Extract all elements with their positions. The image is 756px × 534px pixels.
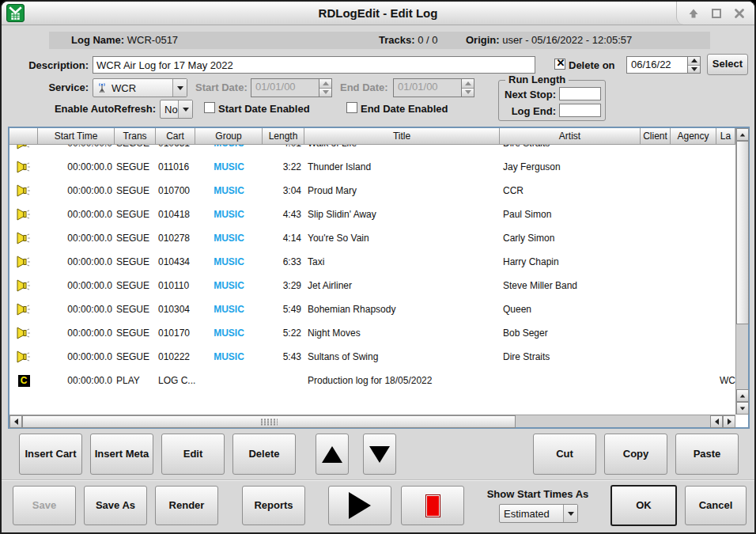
table-row[interactable]: 00:00:00.0SEGUE010700MUSIC3:04Proud Mary… bbox=[9, 179, 735, 203]
column-header-group[interactable]: Group bbox=[195, 128, 263, 145]
hscroll-left-icon[interactable] bbox=[9, 415, 22, 428]
cell-trans: SEGUE bbox=[115, 280, 156, 291]
delete-on-checkbox[interactable]: ✕ bbox=[554, 59, 565, 70]
service-combobox[interactable]: WCR bbox=[93, 78, 187, 97]
autorefresh-dropdown-icon[interactable] bbox=[178, 100, 192, 118]
insert-meta-button[interactable]: Insert Meta bbox=[90, 434, 153, 475]
edit-button[interactable]: Edit bbox=[161, 434, 225, 475]
maximize-icon[interactable] bbox=[711, 8, 722, 19]
cell-length: 3:04 bbox=[263, 185, 304, 196]
shade-icon[interactable] bbox=[688, 8, 699, 19]
cell-start_time: 00:00:00.0 bbox=[38, 209, 115, 220]
stop-button[interactable] bbox=[401, 486, 464, 525]
title-bar: RDLogEdit - Edit Log bbox=[2, 2, 754, 25]
cell-length: 4:14 bbox=[263, 233, 304, 244]
cell-cart: 011016 bbox=[156, 161, 195, 172]
column-header-client[interactable]: Client bbox=[641, 128, 671, 145]
description-label: Description: bbox=[2, 59, 89, 71]
cell-title: Slip Slidin' Away bbox=[304, 209, 500, 220]
move-down-button[interactable] bbox=[363, 434, 396, 475]
service-dropdown-icon[interactable] bbox=[172, 79, 187, 97]
column-header-icon[interactable] bbox=[9, 128, 38, 145]
autorefresh-combobox[interactable]: No bbox=[160, 100, 193, 119]
start-date-enabled-checkbox[interactable]: ✕ bbox=[204, 102, 215, 113]
end-date-up-icon bbox=[462, 79, 474, 88]
table-row[interactable]: 00:00:00.0SEGUE010222MUSIC5:43Sultans of… bbox=[9, 345, 735, 369]
save-as-button[interactable]: Save As bbox=[84, 486, 147, 525]
table-row[interactable]: 00:00:00.0SEGUE010651MUSIC4:01Walk of Li… bbox=[9, 145, 735, 155]
column-header-artist[interactable]: Artist bbox=[500, 128, 641, 145]
cut-button[interactable]: Cut bbox=[533, 434, 596, 475]
next-stop-value bbox=[559, 87, 601, 100]
insert-cart-button[interactable]: Insert Cart bbox=[19, 434, 82, 475]
end-date-label: End Date: bbox=[340, 81, 388, 93]
table-row[interactable]: 00:00:00.0SEGUE010278MUSIC4:14You're So … bbox=[9, 226, 735, 250]
start-date-spinbox: 01/01/00 bbox=[251, 78, 332, 97]
select-button[interactable]: Select bbox=[707, 54, 748, 75]
move-up-button[interactable] bbox=[316, 434, 349, 475]
play-button[interactable] bbox=[328, 486, 391, 525]
vscroll-up-icon[interactable] bbox=[736, 128, 749, 141]
cancel-button[interactable]: Cancel bbox=[685, 486, 747, 525]
cell-group: MUSIC bbox=[195, 161, 263, 172]
end-date-enabled-label: End Date Enabled bbox=[361, 103, 448, 115]
table-row[interactable]: 00:00:00.0SEGUE010304MUSIC5:49Bohemian R… bbox=[9, 297, 735, 321]
hscroll-thumb[interactable] bbox=[22, 415, 516, 428]
reports-button[interactable]: Reports bbox=[242, 486, 305, 525]
vscroll-down-icon[interactable] bbox=[736, 402, 749, 415]
column-header-trans[interactable]: Trans bbox=[115, 128, 156, 145]
delete-date-value[interactable]: 06/16/22 bbox=[626, 56, 687, 74]
start-date-enabled-label: Start Date Enabled bbox=[218, 103, 310, 115]
render-button[interactable]: Render bbox=[155, 486, 218, 525]
cell-artist: CCR bbox=[500, 185, 641, 196]
cell-cart: 010434 bbox=[156, 256, 195, 267]
delete-date-down-icon[interactable] bbox=[688, 65, 700, 74]
show-start-times-combobox[interactable]: Estimated bbox=[499, 504, 578, 523]
hscroll-right-icon[interactable] bbox=[723, 415, 735, 428]
column-header-agency[interactable]: Agency bbox=[671, 128, 716, 145]
cell-label: WCR- bbox=[716, 375, 735, 386]
cell-group: MUSIC bbox=[195, 280, 263, 291]
cell-artist: Steve Miller Band bbox=[500, 280, 641, 291]
start-date-label: Start Date: bbox=[195, 81, 248, 93]
delete-date-up-icon[interactable] bbox=[688, 57, 700, 65]
column-header-cart[interactable]: Cart bbox=[156, 128, 195, 145]
table-row[interactable]: 00:00:00.0SEGUE010434MUSIC6:33TaxiHarry … bbox=[9, 250, 735, 274]
delete-date-spinbox[interactable]: 06/16/22 bbox=[626, 56, 701, 74]
log-info-bar: Log Name: WCR-0517 Tracks: 0 / 0 Origin:… bbox=[49, 32, 710, 49]
vscroll-thumb[interactable] bbox=[736, 141, 749, 324]
cell-cart: 010110 bbox=[156, 280, 195, 291]
delete-button[interactable]: Delete bbox=[232, 434, 296, 475]
end-date-spinbox: 01/01/00 bbox=[393, 78, 474, 97]
column-header-la[interactable]: La bbox=[716, 128, 735, 145]
table-row[interactable]: 00:00:00.0SEGUE010418MUSIC4:43Slip Slidi… bbox=[9, 203, 735, 226]
description-input[interactable] bbox=[93, 56, 535, 74]
column-header-length[interactable]: Length bbox=[263, 128, 304, 145]
hscroll-left2-icon[interactable] bbox=[710, 415, 723, 428]
cell-artist: Dire Straits bbox=[500, 145, 641, 149]
cell-cart: 010418 bbox=[156, 209, 195, 220]
cell-title: Proud Mary bbox=[304, 185, 500, 196]
end-date-enabled-checkbox[interactable]: ✕ bbox=[346, 102, 357, 113]
up-arrow-icon bbox=[322, 446, 342, 463]
close-icon[interactable] bbox=[734, 8, 745, 19]
table-row[interactable]: 00:00:00.0SEGUE011016MUSIC3:22Thunder Is… bbox=[9, 155, 735, 179]
ok-button[interactable]: OK bbox=[610, 485, 677, 526]
table-row[interactable]: C00:00:00.0PLAYLOG C...Production log fo… bbox=[9, 369, 735, 392]
column-header-title[interactable]: Title bbox=[304, 128, 500, 145]
chain-icon: C bbox=[9, 375, 38, 387]
cell-cart: 010170 bbox=[156, 328, 195, 339]
table-row[interactable]: 00:00:00.0SEGUE010170MUSIC5:22Night Move… bbox=[9, 321, 735, 345]
log-event-table: Start TimeTransCartGroupLengthTitleArtis… bbox=[8, 127, 750, 429]
cell-trans: SEGUE bbox=[115, 328, 156, 339]
vertical-scrollbar bbox=[735, 128, 748, 415]
paste-button[interactable]: Paste bbox=[675, 434, 739, 475]
column-header-starttime[interactable]: Start Time bbox=[38, 128, 115, 145]
table-row[interactable]: 00:00:00.0SEGUE010110MUSIC3:29Jet Airlin… bbox=[9, 274, 735, 297]
cell-artist: Dire Straits bbox=[500, 351, 641, 362]
copy-button[interactable]: Copy bbox=[604, 434, 667, 475]
cell-cart: 010222 bbox=[156, 351, 195, 362]
show-start-times-dropdown-icon[interactable] bbox=[563, 505, 577, 522]
cell-start_time: 00:00:00.0 bbox=[38, 280, 115, 291]
vscroll-up2-icon[interactable] bbox=[736, 389, 749, 402]
